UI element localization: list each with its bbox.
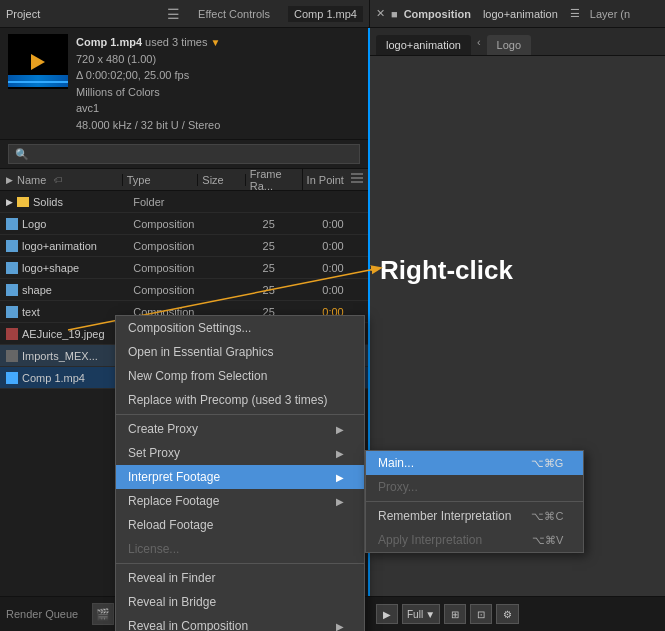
audio-waveform — [8, 75, 68, 87]
ctx-reveal-bridge[interactable]: Reveal in Bridge — [116, 590, 364, 614]
view-options-btn[interactable]: ⊞ — [444, 604, 466, 624]
file-resolution: 720 x 480 (1.00) — [76, 51, 220, 68]
cell-name-shape: shape — [0, 284, 129, 296]
top-bar: Project ☰ Effect Controls Comp 1.mp4 ✕ ■… — [0, 0, 665, 28]
file-used: used 3 times — [145, 36, 207, 48]
footage-icon — [6, 350, 18, 362]
tab-chevron: ‹ — [473, 36, 485, 48]
layer-label: Layer (n — [590, 8, 630, 20]
ctx-set-proxy[interactable]: Set Proxy ▶ — [116, 441, 364, 465]
ctx-separator-2 — [116, 563, 364, 564]
col-header-framerate: Frame Ra... — [246, 168, 303, 192]
table-row[interactable]: ▶ Solids Folder — [0, 191, 368, 213]
comp-icon — [6, 240, 18, 252]
cell-name-logo: Logo — [0, 218, 129, 230]
cell-name-comp1: Comp 1.mp4 — [0, 372, 129, 384]
expand-arrow: ▶ — [6, 197, 13, 207]
ctx-arrow: ▶ — [336, 448, 344, 459]
ctx-create-proxy[interactable]: Create Proxy ▶ — [116, 417, 364, 441]
composition-label: Composition — [404, 8, 471, 20]
play-controls[interactable]: ▶ — [376, 604, 398, 624]
ctx-license: License... — [116, 537, 364, 561]
ctx-new-comp[interactable]: New Comp from Selection — [116, 364, 364, 388]
comp-icon-small: ■ — [391, 8, 398, 20]
file-color: Millions of Colors — [76, 84, 220, 101]
ctx-reveal-composition[interactable]: Reveal in Composition ▶ — [116, 614, 364, 631]
file-codec: avc1 — [76, 100, 220, 117]
project-label: Project — [6, 8, 40, 20]
quality-dropdown[interactable]: Full ▼ — [402, 604, 440, 624]
folder-icon — [17, 197, 29, 207]
table-row[interactable]: logo+animation Composition 25 0:00 — [0, 235, 368, 257]
file-duration: Δ 0:00:02;00, 25.00 fps — [76, 67, 220, 84]
file-details: Comp 1.mp4 used 3 times ▼ 720 x 480 (1.0… — [76, 34, 220, 133]
table-header: ▶ Name 🏷 Type Size Frame Ra... In Point — [0, 169, 368, 191]
table-row[interactable]: shape Composition 25 0:00 — [0, 279, 368, 301]
close-icon[interactable]: ✕ — [376, 7, 385, 20]
ctx-arrow: ▶ — [336, 496, 344, 507]
right-panel-header: ✕ ■ Composition logo+animation ☰ Layer (… — [370, 0, 665, 27]
project-panel-title: Project — [6, 8, 40, 20]
table-row[interactable]: logo+shape Composition 25 0:00 — [0, 257, 368, 279]
context-menu: Composition Settings... Open in Essentia… — [115, 315, 365, 631]
video-icon — [6, 372, 18, 384]
file-info: Comp 1.mp4 used 3 times ▼ 720 x 480 (1.0… — [0, 28, 368, 140]
submenu-proxy: Proxy... — [366, 475, 583, 499]
name-header-label: Name — [17, 174, 46, 186]
play-icon — [31, 54, 45, 70]
cell-name-aejuice: AEJuice_19.jpeg — [0, 328, 129, 340]
cell-name-logo-shape: logo+shape — [0, 262, 129, 274]
col-header-size: Size — [198, 174, 245, 186]
comp-icon — [6, 218, 18, 230]
search-input[interactable] — [8, 144, 360, 164]
tab-logo[interactable]: Logo — [487, 35, 531, 55]
filename-text: Comp 1.mp4 — [76, 36, 142, 48]
comp-tabs: logo+animation ‹ Logo — [370, 28, 665, 56]
col-header-name: ▶ Name 🏷 — [0, 174, 123, 186]
submenu-remember-interpretation[interactable]: Remember Interpretation ⌥⌘C — [366, 504, 583, 528]
dropdown-chevron: ▼ — [425, 609, 435, 620]
col-header-inpoint: In Point — [303, 174, 350, 186]
search-area — [0, 140, 368, 169]
ctx-arrow-highlighted: ▶ — [336, 472, 344, 483]
table-row[interactable]: Logo Composition 25 0:00 — [0, 213, 368, 235]
ctx-reload-footage[interactable]: Reload Footage — [116, 513, 364, 537]
ctx-replace-footage[interactable]: Replace Footage ▶ — [116, 489, 364, 513]
ctx-replace-precomp[interactable]: Replace with Precomp (used 3 times) — [116, 388, 364, 412]
svg-rect-0 — [351, 173, 363, 175]
toggle-btn[interactable]: ⊡ — [470, 604, 492, 624]
render-queue-label[interactable]: Render Queue — [6, 608, 78, 620]
settings-btn[interactable]: ⚙ — [496, 604, 519, 624]
ctx-interpret-footage[interactable]: Interpret Footage ▶ — [116, 465, 364, 489]
file-audio-info: 48.000 kHz / 32 bit U / Stereo — [76, 117, 220, 134]
submenu-interpret-footage: Main... ⌥⌘G Proxy... Remember Interpreta… — [365, 450, 584, 553]
bottom-right-panel: ▶ Full ▼ ⊞ ⊡ ⚙ — [370, 596, 665, 631]
svg-rect-1 — [351, 177, 363, 179]
list-options-icon[interactable] — [350, 171, 368, 188]
expand-icon: ▶ — [6, 175, 13, 185]
hamburger-icon[interactable]: ☰ — [167, 6, 180, 22]
cell-name-solids: ▶ Solids — [0, 196, 129, 208]
left-panel-header: Project ☰ Effect Controls Comp 1.mp4 — [0, 0, 370, 27]
submenu-main[interactable]: Main... ⌥⌘G — [366, 451, 583, 475]
quality-label: Full — [407, 609, 423, 620]
svg-rect-2 — [351, 181, 363, 183]
comp-icon — [6, 262, 18, 274]
hamburger-right-icon[interactable]: ☰ — [570, 7, 580, 20]
ctx-reveal-finder[interactable]: Reveal in Finder — [116, 566, 364, 590]
col-header-type: Type — [123, 174, 199, 186]
ctx-separator-1 — [116, 414, 364, 415]
comp-tab-title[interactable]: Comp 1.mp4 — [288, 6, 363, 22]
submenu-separator — [366, 501, 583, 502]
effect-controls-tab[interactable]: Effect Controls — [198, 8, 270, 20]
ctx-open-essential-graphics[interactable]: Open in Essential Graphics — [116, 340, 364, 364]
file-name: Comp 1.mp4 used 3 times ▼ — [76, 34, 220, 51]
tab-logo-animation[interactable]: logo+animation — [376, 35, 471, 55]
bottom-icon-1[interactable]: 🎬 — [92, 603, 114, 625]
ctx-arrow: ▶ — [336, 424, 344, 435]
dropdown-arrow[interactable]: ▼ — [211, 37, 221, 48]
comp-name-tab[interactable]: logo+animation — [477, 6, 564, 22]
ctx-arrow: ▶ — [336, 621, 344, 632]
comp-icon — [6, 306, 18, 318]
ctx-composition-settings[interactable]: Composition Settings... — [116, 316, 364, 340]
